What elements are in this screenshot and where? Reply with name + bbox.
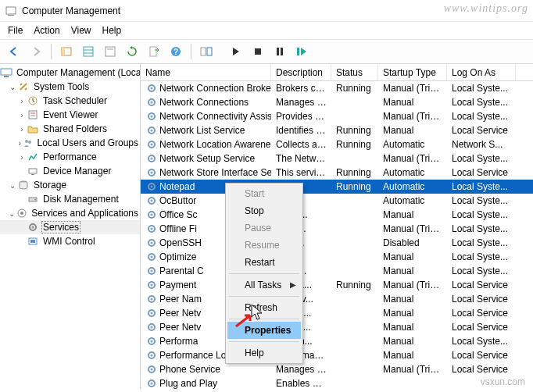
services-list[interactable]: Name Description Status Startup Type Log…: [141, 64, 533, 389]
service-name: Network Setup Service: [159, 153, 255, 164]
col-status[interactable]: Status: [331, 64, 378, 80]
service-name: Parental C: [159, 265, 204, 276]
table-row[interactable]: Network List ServiceIdentifies th...Runn…: [141, 123, 533, 137]
tree-shared-folders[interactable]: › Shared Folders: [0, 122, 140, 136]
svg-point-34: [32, 226, 34, 229]
toolbar: ?: [0, 40, 533, 64]
help-button[interactable]: ?: [166, 42, 185, 61]
table-row[interactable]: Network ConnectionsManages o...ManualLoc…: [141, 95, 533, 109]
menu-item-stop[interactable]: Stop: [227, 202, 301, 219]
tree-wmi-control[interactable]: WMI Control: [0, 234, 140, 248]
show-hide-button[interactable]: [57, 42, 76, 61]
tree-storage[interactable]: ⌄ Storage: [0, 178, 140, 192]
svg-text:?: ?: [173, 48, 178, 56]
gear-icon: [145, 251, 158, 263]
expand-icon[interactable]: ⌄: [8, 83, 17, 91]
navigation-tree[interactable]: Computer Management (Local ⌄ System Tool…: [0, 64, 141, 389]
tree-event-viewer[interactable]: › Event Viewer: [0, 108, 140, 122]
table-row[interactable]: Performaes rem...ManualLocal Syste...: [141, 334, 533, 348]
service-startup: Manual (Trig...: [378, 364, 447, 375]
table-row[interactable]: Peer Netvles ide...ManualLocal Service: [141, 320, 533, 334]
restart-service-button[interactable]: [292, 42, 311, 61]
expand-icon[interactable]: ›: [17, 139, 23, 148]
properties-button[interactable]: [101, 42, 120, 61]
table-row[interactable]: Network Connectivity Assis...Provides Di…: [141, 109, 533, 123]
storage-icon: [17, 179, 30, 191]
table-row[interactable]: OcButtorAutomaticLocal Syste...: [141, 194, 533, 208]
gear-icon: [145, 307, 158, 319]
svg-rect-16: [281, 48, 283, 55]
menu-file[interactable]: File: [8, 25, 23, 36]
table-row[interactable]: Offline Fiffline ...Manual (Trig...Local…: [141, 222, 533, 236]
tree-label: Task Scheduler: [41, 95, 109, 106]
tree-services-apps[interactable]: ⌄ Services and Applications: [0, 206, 140, 220]
svg-rect-26: [29, 169, 37, 173]
menu-view[interactable]: View: [71, 25, 91, 36]
expand-icon[interactable]: ›: [17, 125, 27, 134]
expand-icon[interactable]: ⌄: [8, 209, 16, 218]
service-name: Peer Netv: [159, 308, 201, 319]
expand-icon[interactable]: ⌄: [8, 181, 17, 190]
menu-action[interactable]: Action: [34, 25, 59, 36]
menu-item-help[interactable]: Help: [227, 344, 301, 362]
refresh-button[interactable]: [123, 42, 141, 61]
tree-device-manager[interactable]: Device Manager: [0, 164, 140, 178]
table-row[interactable]: Phone ServiceManages th...Manual (Trig..…: [141, 362, 533, 376]
service-name: Optimize: [159, 251, 196, 262]
svg-rect-27: [31, 174, 34, 175]
table-row[interactable]: Parental Ces pa...ManualLocal Syste...: [141, 264, 533, 278]
service-startup: Manual: [378, 251, 447, 262]
menu-item-refresh[interactable]: Refresh: [227, 299, 301, 316]
expand-icon[interactable]: ›: [17, 153, 27, 162]
menubar: File Action View Help: [0, 22, 533, 40]
table-row[interactable]: Performance Logs & AlertsPerformanc...Ma…: [141, 348, 533, 362]
menu-help[interactable]: Help: [102, 25, 122, 36]
service-status: Running: [331, 280, 378, 290]
service-startup: Manual (Trig...: [378, 223, 447, 234]
tree-services[interactable]: Services: [0, 220, 140, 234]
gear-icon: [145, 363, 158, 376]
menu-item-all-tasks[interactable]: All Tasks▶: [227, 276, 301, 294]
table-row[interactable]: Network Connection BrokerBrokers con...R…: [141, 81, 533, 95]
svg-point-40: [151, 102, 153, 104]
export-list-button[interactable]: [79, 42, 98, 61]
forward-button[interactable]: [27, 42, 45, 61]
expand-icon[interactable]: ›: [17, 97, 27, 105]
svg-point-80: [151, 383, 153, 385]
table-row[interactable]: Office Scinstall...ManualLocal Syste...: [141, 208, 533, 222]
table-row[interactable]: Paymentges pa...RunningManual (Trig...Lo…: [141, 278, 533, 292]
tree-root[interactable]: Computer Management (Local: [0, 66, 140, 80]
table-row[interactable]: Peer Names serv...ManualLocal Service: [141, 292, 533, 306]
col-description[interactable]: Description: [271, 64, 331, 80]
gear-icon: [145, 208, 158, 221]
expand-icon[interactable]: ›: [17, 111, 27, 119]
svg-point-52: [151, 186, 153, 188]
start-service-button[interactable]: [227, 42, 245, 61]
menu-separator: [229, 341, 299, 342]
menu-item-restart[interactable]: Restart: [227, 254, 301, 271]
stop-service-button[interactable]: [270, 42, 289, 61]
table-row[interactable]: Network Location AwarenessCollects an...…: [141, 137, 533, 151]
tree-system-tools[interactable]: ⌄ System Tools: [0, 80, 140, 94]
table-row[interactable]: Optimizethe c...ManualLocal Syste...: [141, 250, 533, 264]
tree-task-scheduler[interactable]: › Task Scheduler: [0, 94, 140, 108]
table-row[interactable]: OpenSSHto ho...DisabledLocal Syste...: [141, 236, 533, 250]
tree-disk-management[interactable]: Disk Management: [0, 192, 140, 206]
col-logon[interactable]: Log On As: [447, 64, 516, 80]
table-row[interactable]: Plug and PlayEnables a c...: [141, 376, 533, 389]
table-row[interactable]: NotepadRunningAutomaticLocal Syste...: [141, 180, 533, 194]
export-button[interactable]: [145, 42, 163, 61]
pause-service-button[interactable]: [249, 42, 267, 61]
col-startup[interactable]: Startup Type: [378, 64, 447, 80]
table-row[interactable]: Network Store Interface Ser...This servi…: [141, 166, 533, 180]
col-name[interactable]: Name: [141, 64, 271, 80]
action-pane-button[interactable]: [197, 42, 216, 61]
tree-performance[interactable]: › Performance: [0, 150, 140, 164]
tree-local-users[interactable]: › Local Users and Groups: [0, 136, 140, 150]
svg-rect-21: [29, 111, 37, 119]
gear-icon: [145, 166, 158, 179]
table-row[interactable]: Peer Netves mul...ManualLocal Service: [141, 306, 533, 320]
menu-item-properties[interactable]: Properties: [227, 322, 301, 339]
back-button[interactable]: [5, 42, 23, 61]
table-row[interactable]: Network Setup ServiceThe Networ...Manual…: [141, 151, 533, 166]
